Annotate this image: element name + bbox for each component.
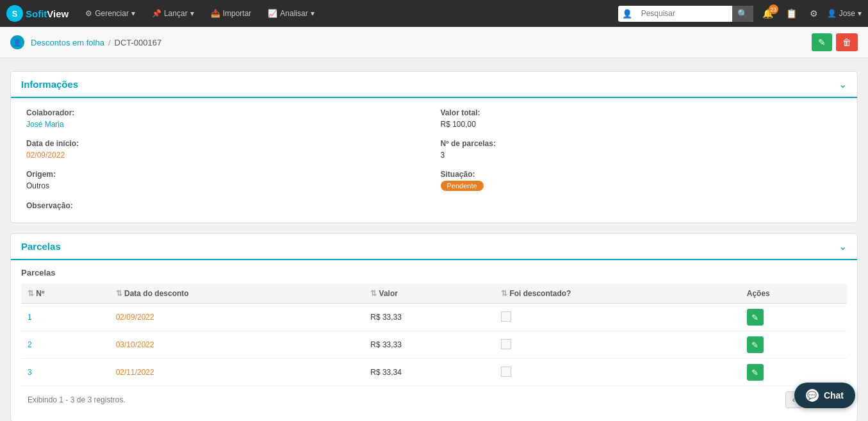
col-valor[interactable]: ⇅ Valor <box>364 284 495 304</box>
sort-icon: ⇅ <box>28 289 34 298</box>
parcelas-toggle-icon[interactable]: ⌄ <box>839 240 847 252</box>
table-row: 2 03/10/2022 R$ 33,33 ✎ <box>21 331 847 359</box>
menu-lancar[interactable]: 📌 Lançar ▾ <box>145 6 201 21</box>
cell-foi-descontado[interactable] <box>495 304 741 331</box>
colaborador-field: Colaborador: José Maria <box>26 108 428 129</box>
chat-button[interactable]: 💬 Chat <box>794 383 855 408</box>
data-inicio-value: 02/09/2022 <box>26 151 65 160</box>
user-search-icon: 👤 <box>618 6 636 21</box>
foi-descontado-checkbox[interactable] <box>501 367 511 377</box>
menu-analisar[interactable]: 📈 Analisar ▾ <box>261 6 320 21</box>
sort-icon: ⇅ <box>116 289 122 298</box>
num-parcelas-value: 3 <box>441 151 445 160</box>
situacao-badge: Pendente <box>441 181 484 191</box>
table-row: 1 02/09/2022 R$ 33,33 ✎ <box>21 304 847 331</box>
data-inicio-label: Data de início: <box>26 139 428 148</box>
user-menu[interactable]: 👤 Jose ▾ <box>827 9 862 18</box>
observacao-label: Observação: <box>26 201 428 210</box>
situacao-label: Situação: <box>441 170 842 179</box>
foi-descontado-checkbox[interactable] <box>501 311 511 322</box>
foi-descontado-checkbox[interactable] <box>501 339 511 349</box>
breadcrumb-separator: / <box>108 38 111 47</box>
col-foi-descontado[interactable]: ⇅ Foi descontado? <box>495 284 741 304</box>
brand-view: View <box>47 8 69 19</box>
informacoes-toggle-icon[interactable]: ⌄ <box>839 78 847 90</box>
breadcrumb-bar: 👤 Descontos em folha / DCT-000167 ✎ 🗑 <box>0 27 868 58</box>
menu-importar[interactable]: 📥 Importar <box>204 6 258 21</box>
breadcrumb-current: DCT-000167 <box>115 38 162 47</box>
breadcrumb: 👤 Descontos em folha / DCT-000167 <box>10 35 161 49</box>
col-num[interactable]: ⇅ Nº <box>21 284 110 304</box>
situacao-field: Situação: Pendente <box>441 170 842 191</box>
chevron-down-icon: ▾ <box>131 9 135 18</box>
breadcrumb-parent-link[interactable]: Descontos em folha <box>31 38 104 47</box>
cell-valor: R$ 33,33 <box>364 331 495 359</box>
cell-num: 3 <box>21 359 110 386</box>
search-button[interactable]: 🔍 <box>732 6 753 22</box>
informacoes-card: Informações ⌄ Colaborador: José Maria Va… <box>10 71 858 223</box>
parcelas-table: ⇅ Nº ⇅ Data do desconto ⇅ Valor ⇅ <box>21 284 847 386</box>
row-edit-button[interactable]: ✎ <box>747 364 764 381</box>
origem-label: Origem: <box>26 170 428 179</box>
origem-value: Outros <box>26 181 49 190</box>
valor-total-value: R$ 100,00 <box>441 120 476 129</box>
menu-importar-label: Importar <box>223 9 252 18</box>
main-content: Informações ⌄ Colaborador: José Maria Va… <box>0 58 868 421</box>
col-data-desconto[interactable]: ⇅ Data do desconto <box>110 284 364 304</box>
pin-icon: 📌 <box>152 9 161 18</box>
parcelas-title: Parcelas <box>21 241 61 252</box>
cell-date: 02/09/2022 <box>110 304 364 331</box>
brand-logo[interactable]: S Sofit View <box>6 5 69 22</box>
cell-date: 02/11/2022 <box>110 359 364 386</box>
user-label: Jose <box>839 9 855 18</box>
parcelas-table-title: Parcelas <box>21 268 847 277</box>
settings-button[interactable]: ⚙ <box>806 6 822 21</box>
sort-icon: ⇅ <box>370 289 377 298</box>
menu-lancar-label: Lançar <box>164 9 188 18</box>
search-wrapper: 👤 🔍 <box>618 6 753 22</box>
cell-foi-descontado[interactable] <box>495 331 741 359</box>
delete-button[interactable]: 🗑 <box>836 33 858 51</box>
cell-acoes: ✎ <box>741 331 847 359</box>
document-button[interactable]: 📋 <box>782 6 801 21</box>
parcelas-header: Parcelas ⌄ <box>11 234 857 260</box>
cell-valor: R$ 33,33 <box>364 304 495 331</box>
navbar-right: 👤 🔍 🔔 23 📋 ⚙ 👤 Jose ▾ <box>618 6 862 22</box>
cell-date: 03/10/2022 <box>110 331 364 359</box>
menu-gerenciar[interactable]: ⚙ Gerenciar ▾ <box>79 6 142 21</box>
import-icon: 📥 <box>211 9 220 18</box>
valor-total-label: Valor total: <box>441 108 842 117</box>
brand-sofit: Sofit <box>26 8 47 19</box>
navbar: S Sofit View ⚙ Gerenciar ▾ 📌 Lançar ▾ 📥 … <box>0 0 868 27</box>
chart-icon: 📈 <box>268 9 277 18</box>
cell-foi-descontado[interactable] <box>495 359 741 386</box>
cell-num: 1 <box>21 304 110 331</box>
notification-button[interactable]: 🔔 23 <box>758 6 777 21</box>
row-edit-button[interactable]: ✎ <box>747 309 764 326</box>
num-parcelas-field: Nº de parcelas: 3 <box>441 139 842 160</box>
search-input[interactable] <box>636 6 732 21</box>
informacoes-title: Informações <box>21 79 78 90</box>
col-acoes: Ações <box>741 284 847 304</box>
chevron-down-icon: ▾ <box>311 9 315 18</box>
gear-icon: ⚙ <box>85 9 92 18</box>
edit-button[interactable]: ✎ <box>812 33 832 51</box>
colaborador-value: José Maria <box>26 120 64 129</box>
parcelas-card: Parcelas ⌄ Parcelas ⇅ Nº ⇅ Data do desco… <box>10 233 858 421</box>
chat-label: Chat <box>824 390 844 400</box>
notification-badge: 23 <box>769 4 778 14</box>
valor-total-field: Valor total: R$ 100,00 <box>441 108 842 129</box>
num-parcelas-label: Nº de parcelas: <box>441 139 842 148</box>
informacoes-header: Informações ⌄ <box>11 72 857 98</box>
row-edit-button[interactable]: ✎ <box>747 336 764 353</box>
chevron-down-icon: ▾ <box>190 9 194 18</box>
menu-gerenciar-label: Gerenciar <box>95 9 129 18</box>
chat-bubble-icon: 💬 <box>806 389 819 402</box>
user-icon: 👤 <box>827 9 837 18</box>
observacao-field: Observação: <box>26 201 428 212</box>
parcelas-table-wrapper: Parcelas ⇅ Nº ⇅ Data do desconto ⇅ <box>11 260 857 421</box>
records-count: Exibindo 1 - 3 de 3 registros. <box>28 395 126 404</box>
data-inicio-field: Data de início: 02/09/2022 <box>26 139 428 160</box>
breadcrumb-user-icon: 👤 <box>10 35 24 49</box>
colaborador-label: Colaborador: <box>26 108 428 117</box>
